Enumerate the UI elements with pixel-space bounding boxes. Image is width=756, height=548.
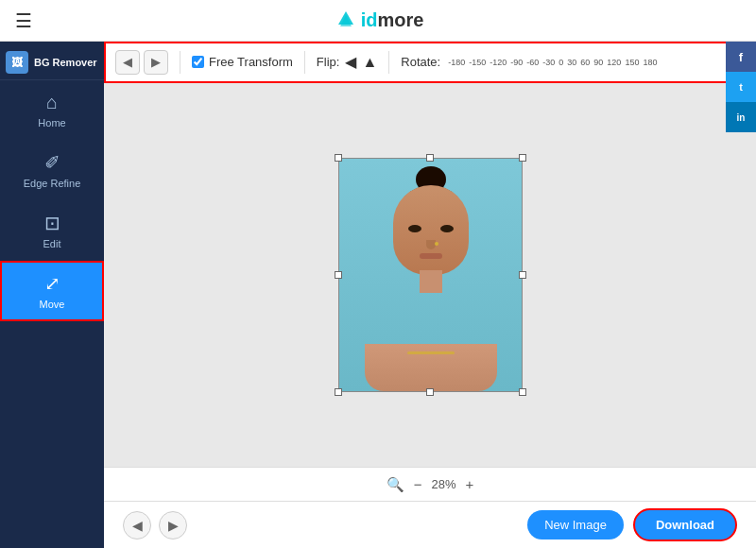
sidebar-item-home[interactable]: ⌂ Home	[0, 80, 104, 140]
sidebar-item-edit-label: Edit	[43, 238, 61, 249]
rotate-scale: -180 -150 -120 -90 -60 -30 0 30 60 90 12…	[446, 58, 659, 67]
image-container[interactable]	[338, 158, 523, 392]
handle-top-right[interactable]	[519, 154, 526, 162]
flip-group: Flip: ◀ ▲	[317, 53, 377, 71]
flip-horizontal-button[interactable]: ◀	[345, 53, 356, 71]
twitter-button[interactable]: t	[726, 72, 756, 102]
handle-middle-left[interactable]	[335, 271, 342, 279]
content-area: ◀ ▶ Free Transform Flip: ◀ ▲ Rotate: -18…	[104, 42, 756, 548]
free-transform-checkbox[interactable]	[192, 56, 204, 68]
edge-refine-icon: ✐	[44, 151, 60, 174]
zoom-in-button[interactable]: +	[466, 476, 474, 492]
handle-bottom-right[interactable]	[519, 388, 526, 396]
logo-icon	[333, 8, 359, 34]
sidebar-header: 🖼 BG Remover	[0, 42, 104, 80]
rotate-group: Rotate: -180 -150 -120 -90 -60 -30 0 30 …	[401, 53, 635, 72]
head	[393, 185, 469, 275]
handle-top-middle[interactable]	[426, 154, 434, 162]
linkedin-button[interactable]: in	[726, 102, 756, 132]
sidebar-item-move-label: Move	[40, 299, 65, 310]
social-bar: f t in	[726, 42, 756, 132]
bottom-actions: New Image Download	[527, 508, 737, 541]
menu-button[interactable]: ☰	[15, 9, 32, 32]
toolbar: ◀ ▶ Free Transform Flip: ◀ ▲ Rotate: -18…	[104, 42, 756, 83]
prev-button[interactable]: ◀	[123, 511, 151, 539]
zoom-value: 28%	[431, 477, 455, 491]
sidebar-header-label: BG Remover	[34, 57, 97, 68]
sidebar-item-edit[interactable]: ⊡ Edit	[0, 200, 104, 261]
handle-bottom-middle[interactable]	[426, 388, 434, 396]
zoom-out-button[interactable]: −	[414, 476, 422, 492]
shoulders	[365, 344, 497, 391]
sidebar-item-edge-refine-label: Edge Refine	[24, 178, 81, 189]
new-image-button[interactable]: New Image	[527, 510, 624, 539]
handle-top-left[interactable]	[335, 154, 342, 162]
rotate-slider-wrapper: -180 -150 -120 -90 -60 -30 0 30 60 90 12…	[446, 53, 635, 72]
toolbar-divider-2	[304, 51, 305, 74]
sidebar-item-home-label: Home	[38, 117, 65, 128]
download-button[interactable]: Download	[633, 508, 737, 541]
canvas-area	[104, 83, 756, 467]
sidebar-item-edge-refine[interactable]: ✐ Edge Refine	[0, 140, 104, 200]
rotate-label: Rotate:	[401, 55, 440, 69]
next-button[interactable]: ▶	[159, 511, 187, 539]
flip-vertical-button[interactable]: ▲	[362, 54, 377, 71]
image-frame	[338, 158, 523, 392]
zoom-icon: 🔍	[387, 476, 404, 493]
facebook-button[interactable]: f	[726, 42, 756, 72]
bottom-bar: ◀ ▶ New Image Download	[104, 501, 756, 548]
logo: idmore	[333, 8, 424, 34]
main-layout: 🖼 BG Remover ⌂ Home ✐ Edge Refine ⊡ Edit…	[0, 42, 756, 548]
flip-label: Flip:	[317, 55, 340, 69]
free-transform-label: Free Transform	[209, 55, 293, 69]
person-image	[339, 159, 522, 391]
edit-icon: ⊡	[44, 212, 60, 234]
home-icon: ⌂	[46, 92, 58, 113]
sidebar-item-move[interactable]: ⤢ Move	[0, 261, 104, 321]
logo-text: idmore	[361, 9, 424, 31]
handle-bottom-left[interactable]	[335, 388, 342, 396]
handle-middle-right[interactable]	[519, 271, 526, 279]
rotate-slider[interactable]	[104, 42, 293, 57]
sidebar-header-icon: 🖼	[6, 51, 28, 74]
navbar: ☰ idmore	[0, 0, 756, 42]
move-icon: ⤢	[44, 272, 60, 295]
sidebar: 🖼 BG Remover ⌂ Home ✐ Edge Refine ⊡ Edit…	[0, 42, 104, 548]
bottom-nav: ◀ ▶	[123, 511, 187, 539]
toolbar-divider-3	[388, 51, 389, 74]
neck	[420, 270, 442, 293]
free-transform-group: Free Transform	[192, 55, 293, 69]
zoom-bar: 🔍 − 28% +	[104, 467, 756, 501]
